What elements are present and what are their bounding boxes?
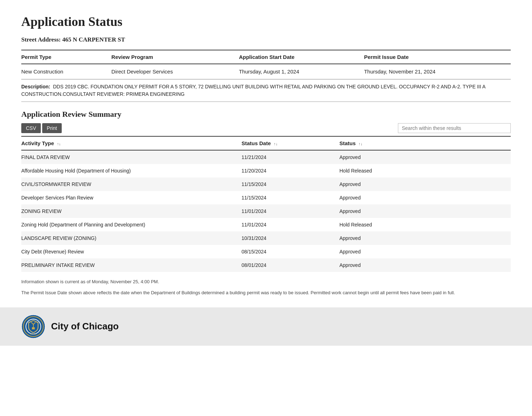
street-address-value: 465 N CARPENTER ST <box>62 36 125 43</box>
table-row: Zoning Hold (Department of Planning and … <box>21 218 511 231</box>
permit-type-header: Permit Type <box>21 50 111 64</box>
date-cell: 10/31/2024 <box>242 231 339 245</box>
date-cell: 08/15/2024 <box>242 245 339 258</box>
review-program-value: Direct Developer Services <box>111 64 239 79</box>
app-start-date-header: Application Start Date <box>239 50 364 64</box>
page-title: Application Status <box>21 14 511 29</box>
footer-notes: Information shown is current as of Monda… <box>21 278 511 297</box>
activity-sort-icon[interactable]: ↑↓ <box>57 142 61 146</box>
description-box: Description: DDS 2019 CBC. FOUNDATION ON… <box>21 79 511 102</box>
status-cell: Approved <box>339 258 511 272</box>
activity-cell: City Debt (Revenue) Review <box>21 245 242 258</box>
description-label: Description: <box>21 84 50 89</box>
activity-cell: CIVIL/STORMWATER REVIEW <box>21 177 242 191</box>
status-cell: Approved <box>339 204 511 218</box>
status-cell: Hold Released <box>339 218 511 231</box>
status-date-header: Status Date ↑↓ <box>242 136 339 150</box>
search-input[interactable] <box>398 123 511 133</box>
permit-note: The Permit Issue Date shown above reflec… <box>21 289 511 297</box>
footer-bar: ★ ★ ★ City of Chicago <box>0 307 532 346</box>
review-program-header: Review Program <box>111 50 239 64</box>
csv-button[interactable]: CSV <box>21 123 41 133</box>
description-text: DDS 2019 CBC. FOUNDATION ONLY PERMIT FOR… <box>21 84 485 97</box>
review-summary-title: Application Review Summary <box>21 110 511 119</box>
status-cell: Approved <box>339 177 511 191</box>
table-row: LANDSCAPE REVIEW (ZONING) 10/31/2024 App… <box>21 231 511 245</box>
activity-cell: Affordable Housing Hold (Department of H… <box>21 164 242 177</box>
status-sort-icon[interactable]: ↑↓ <box>359 142 362 146</box>
status-cell: Approved <box>339 231 511 245</box>
street-address: Street Address: 465 N CARPENTER ST <box>21 36 511 43</box>
activity-cell: Developer Services Plan Review <box>21 191 242 204</box>
date-cell: 11/01/2024 <box>242 218 339 231</box>
activity-cell: Zoning Hold (Department of Planning and … <box>21 218 242 231</box>
permit-info-row: New Construction Direct Developer Servic… <box>21 64 511 79</box>
review-table: Activity Type ↑↓ Status Date ↑↓ Status ↑… <box>21 136 511 272</box>
permit-issue-date-value: Thursday, November 21, 2024 <box>364 64 511 79</box>
table-row: City Debt (Revenue) Review 08/15/2024 Ap… <box>21 245 511 258</box>
status-cell: Hold Released <box>339 164 511 177</box>
street-address-label: Street Address: <box>21 36 61 43</box>
status-header: Status ↑↓ <box>339 136 511 150</box>
current-info-note: Information shown is current as of Monda… <box>21 278 511 286</box>
status-cell: Approved <box>339 150 511 164</box>
date-cell: 11/20/2024 <box>242 164 339 177</box>
permit-type-value: New Construction <box>21 64 111 79</box>
table-row: PRELIMINARY INTAKE REVIEW 08/01/2024 App… <box>21 258 511 272</box>
app-start-date-value: Thursday, August 1, 2024 <box>239 64 364 79</box>
activity-type-header: Activity Type ↑↓ <box>21 136 242 150</box>
activity-cell: FINAL DATA REVIEW <box>21 150 242 164</box>
permit-info-table: Permit Type Review Program Application S… <box>21 50 511 79</box>
table-row: FINAL DATA REVIEW 11/21/2024 Approved <box>21 150 511 164</box>
table-row: Developer Services Plan Review 11/15/202… <box>21 191 511 204</box>
status-cell: Approved <box>339 245 511 258</box>
date-sort-icon[interactable]: ↑↓ <box>274 142 278 146</box>
table-row: ZONING REVIEW 11/01/2024 Approved <box>21 204 511 218</box>
activity-cell: ZONING REVIEW <box>21 204 242 218</box>
toolbar: CSV Print <box>21 123 511 133</box>
city-name: City of Chicago <box>51 321 119 332</box>
print-button[interactable]: Print <box>42 123 62 133</box>
toolbar-left: CSV Print <box>21 123 62 133</box>
table-row: Affordable Housing Hold (Department of H… <box>21 164 511 177</box>
date-cell: 11/01/2024 <box>242 204 339 218</box>
permit-issue-date-header: Permit Issue Date <box>364 50 511 64</box>
city-seal-icon: ★ ★ ★ <box>21 314 45 339</box>
svg-rect-4 <box>32 327 35 329</box>
date-cell: 11/15/2024 <box>242 177 339 191</box>
activity-cell: LANDSCAPE REVIEW (ZONING) <box>21 231 242 245</box>
date-cell: 11/21/2024 <box>242 150 339 164</box>
status-cell: Approved <box>339 191 511 204</box>
date-cell: 11/15/2024 <box>242 191 339 204</box>
activity-cell: PRELIMINARY INTAKE REVIEW <box>21 258 242 272</box>
date-cell: 08/01/2024 <box>242 258 339 272</box>
svg-text:★ ★ ★: ★ ★ ★ <box>30 333 37 335</box>
table-row: CIVIL/STORMWATER REVIEW 11/15/2024 Appro… <box>21 177 511 191</box>
